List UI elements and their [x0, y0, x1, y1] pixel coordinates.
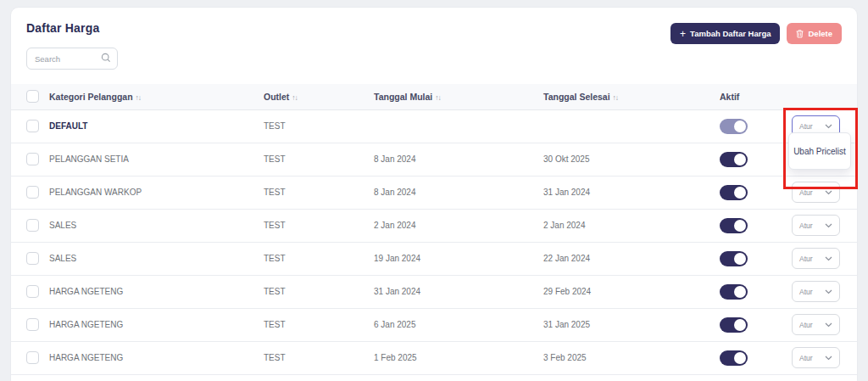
row-checkbox[interactable] — [26, 252, 39, 265]
cell-kategori: DEFAULT — [49, 109, 264, 143]
aktif-toggle[interactable] — [720, 185, 748, 200]
cell-outlet: TEST — [264, 308, 374, 341]
cell-kategori: PELANGGAN WARKOP — [49, 176, 264, 209]
column-header-kategori[interactable]: Kategori Pelanggan↑↓ — [49, 84, 264, 109]
atur-dropdown-button[interactable]: Atur — [792, 215, 840, 236]
cell-tanggal-mulai: 8 Jan 2024 — [374, 176, 543, 209]
sort-icon[interactable]: ↑↓ — [292, 93, 298, 102]
select-all-checkbox[interactable] — [26, 90, 39, 103]
row-checkbox[interactable] — [26, 351, 39, 364]
chevron-down-icon — [825, 124, 832, 129]
atur-dropdown-button[interactable]: Atur — [792, 281, 840, 302]
add-pricelist-button-label: Tambah Daftar Harga — [690, 29, 771, 38]
add-pricelist-button[interactable]: + Tambah Daftar Harga — [670, 23, 780, 44]
delete-button-label: Delete — [808, 29, 832, 38]
atur-dropdown-button[interactable]: Atur — [792, 314, 840, 335]
cell-outlet: TEST — [264, 341, 374, 374]
cell-tanggal-mulai: 1 Feb 2025 — [374, 341, 543, 374]
atur-dropdown-button[interactable]: Atur — [792, 182, 840, 203]
cell-tanggal-mulai: 8 Jan 2024 — [374, 143, 543, 176]
cell-outlet: TEST — [264, 109, 374, 143]
menu-item-ubah-pricelist[interactable]: Ubah Pricelist — [793, 147, 846, 156]
column-header-tanggal-mulai[interactable]: Tanggal Mulai↑↓ — [374, 84, 543, 109]
cell-kategori: SALES — [49, 209, 264, 242]
cell-outlet: TEST — [264, 275, 374, 308]
search-box — [26, 48, 118, 70]
row-checkbox[interactable] — [26, 219, 39, 232]
chevron-down-icon — [825, 256, 832, 261]
toolbar: + Tambah Daftar Harga Delete — [670, 23, 842, 44]
sort-icon[interactable]: ↑↓ — [136, 93, 142, 102]
toggle-knob — [734, 319, 746, 331]
cell-tanggal-mulai: 31 Jan 2024 — [374, 275, 543, 308]
cell-tanggal-selesai: 2 Jan 2024 — [543, 209, 720, 242]
table-row: DEFAULT TEST Atur — [11, 109, 857, 143]
cell-kategori: HARGA NGETENG — [49, 341, 264, 374]
aktif-toggle[interactable] — [720, 350, 748, 366]
cell-tanggal-selesai: 30 Okt 2025 — [543, 143, 720, 176]
trash-icon — [796, 30, 804, 38]
cell-outlet: TEST — [264, 176, 374, 209]
table-row: SALES TEST 19 Jan 2024 22 Jan 2024 Atur — [11, 242, 857, 275]
daftar-harga-card: Daftar Harga + Tambah Daftar Harga Delet… — [10, 7, 858, 381]
toggle-knob — [734, 286, 746, 298]
table-row: HARGA NGETENG TEST 31 Jan 2024 29 Feb 20… — [11, 275, 857, 308]
chevron-down-icon — [825, 356, 832, 361]
aktif-toggle[interactable] — [720, 317, 748, 333]
cell-outlet: TEST — [264, 209, 374, 242]
aktif-toggle[interactable] — [720, 119, 748, 134]
table-row: HARGA NGETENG TEST 1 Feb 2025 3 Feb 2025… — [11, 341, 857, 374]
column-header-outlet[interactable]: Outlet↑↓ — [264, 84, 374, 109]
aktif-toggle[interactable] — [720, 251, 748, 266]
cell-kategori: HARGA NGETENG — [49, 308, 264, 341]
delete-button[interactable]: Delete — [787, 23, 842, 44]
toggle-knob — [734, 253, 746, 265]
sort-icon[interactable]: ↑↓ — [435, 93, 441, 102]
toggle-knob — [734, 187, 746, 199]
cell-tanggal-selesai: 22 Jan 2024 — [543, 242, 720, 275]
row-checkbox[interactable] — [26, 186, 39, 199]
search-icon — [101, 53, 111, 63]
atur-dropdown-menu: Ubah Pricelist — [788, 132, 851, 170]
cell-tanggal-selesai: 31 Jan 2024 — [543, 176, 720, 209]
table-row: HARGA NGETENG TEST 6 Jan 2025 31 Jan 202… — [11, 308, 857, 341]
aktif-toggle[interactable] — [720, 284, 748, 300]
column-header-tanggal-selesai[interactable]: Tanggal Selesai↑↓ — [543, 84, 720, 109]
cell-kategori: SALES — [49, 242, 264, 275]
table-row: PELANGGAN WARKOP TEST 8 Jan 2024 31 Jan … — [11, 176, 857, 209]
pricelist-table: Kategori Pelanggan↑↓ Outlet↑↓ Tanggal Mu… — [11, 84, 857, 375]
chevron-down-icon — [825, 289, 832, 294]
cell-tanggal-selesai: 3 Feb 2025 — [543, 341, 720, 374]
aktif-toggle[interactable] — [720, 152, 748, 167]
row-checkbox[interactable] — [26, 153, 39, 165]
row-checkbox[interactable] — [26, 318, 39, 331]
column-header-actions — [792, 84, 857, 109]
cell-tanggal-selesai: 31 Jan 2025 — [543, 308, 720, 341]
toggle-knob — [734, 154, 746, 165]
cell-tanggal-selesai — [543, 109, 720, 143]
chevron-down-icon — [825, 190, 832, 195]
chevron-down-icon — [825, 223, 832, 228]
cell-outlet: TEST — [264, 143, 374, 176]
table-row: SALES TEST 2 Jan 2024 2 Jan 2024 Atur — [11, 209, 857, 242]
cell-tanggal-mulai: 2 Jan 2024 — [374, 209, 543, 242]
toggle-knob — [734, 220, 746, 232]
cell-tanggal-selesai: 29 Feb 2024 — [543, 275, 720, 308]
cell-outlet: TEST — [264, 242, 374, 275]
cell-tanggal-mulai: 19 Jan 2024 — [374, 242, 543, 275]
toggle-knob — [734, 352, 746, 364]
table-row: PELANGGAN SETIA TEST 8 Jan 2024 30 Okt 2… — [11, 143, 857, 176]
aktif-toggle[interactable] — [720, 218, 748, 233]
column-header-aktif: Aktif — [720, 84, 792, 109]
plus-icon: + — [680, 29, 686, 39]
cell-kategori: HARGA NGETENG — [49, 275, 264, 308]
row-checkbox[interactable] — [26, 285, 39, 298]
atur-dropdown-button[interactable]: Atur — [792, 347, 840, 368]
atur-dropdown-button[interactable]: Atur — [792, 248, 840, 269]
row-checkbox[interactable] — [26, 120, 39, 132]
cell-tanggal-mulai — [374, 109, 543, 143]
sort-icon[interactable]: ↑↓ — [613, 93, 619, 102]
cell-tanggal-mulai: 6 Jan 2025 — [374, 308, 543, 341]
chevron-down-icon — [825, 322, 832, 328]
table-header-row: Kategori Pelanggan↑↓ Outlet↑↓ Tanggal Mu… — [11, 84, 857, 109]
